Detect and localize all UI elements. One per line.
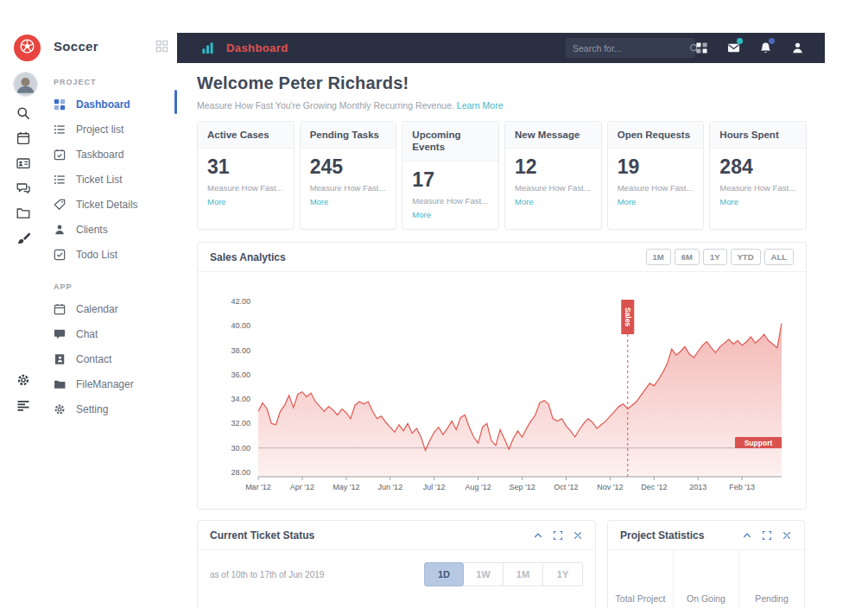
sidebar-item-chat[interactable]: Chat xyxy=(45,321,177,346)
current-ticket-status-panel: Current Ticket Status as of 10th to 17th… xyxy=(197,520,596,608)
sidebar-item-label: Contact xyxy=(76,353,111,365)
more-link[interactable]: More xyxy=(719,197,796,206)
stat-card-desc: Measure How Fast... xyxy=(412,196,489,206)
svg-text:34.00: 34.00 xyxy=(231,395,250,403)
range-1d-button[interactable]: 1D xyxy=(424,562,464,586)
project-stats-columns: Total Project On Going Pending xyxy=(608,550,804,608)
more-link[interactable]: More xyxy=(618,197,694,206)
range-1m-button[interactable]: 1M xyxy=(646,249,671,265)
sidebar-item-filemanager[interactable]: FileManager xyxy=(45,371,177,396)
taskboard-icon xyxy=(54,149,66,161)
avatar[interactable] xyxy=(14,73,37,96)
svg-text:42.00: 42.00 xyxy=(231,297,250,306)
stat-card-value: 245 xyxy=(310,155,387,179)
svg-text:40.00: 40.00 xyxy=(231,321,250,330)
more-link[interactable]: More xyxy=(412,210,489,219)
stat-card-value: 12 xyxy=(515,155,592,179)
expand-icon[interactable] xyxy=(553,530,563,541)
expand-icon[interactable] xyxy=(762,530,772,541)
sidebar-item-project-list[interactable]: Project list xyxy=(45,117,177,142)
stat-card-title: New Message xyxy=(505,122,601,149)
sidebar-item-label: Taskboard xyxy=(76,149,124,161)
search-icon[interactable] xyxy=(16,106,30,120)
grid-icon[interactable] xyxy=(155,40,168,53)
sidebar: Soccer PROJECT Dashboard Project list xyxy=(0,0,177,608)
sidebar-item-ticket-details[interactable]: Ticket Details xyxy=(45,192,177,217)
apps-icon[interactable] xyxy=(695,41,708,54)
range-1w-button[interactable]: 1W xyxy=(464,562,504,586)
sidebar-item-label: Setting xyxy=(76,403,108,415)
svg-text:2013: 2013 xyxy=(689,483,706,491)
check-square-icon xyxy=(54,249,66,261)
range-1m-button[interactable]: 1M xyxy=(504,562,543,586)
brand-logo[interactable] xyxy=(14,35,41,61)
chevron-up-icon[interactable] xyxy=(533,530,543,541)
stat-card-value: 284 xyxy=(719,155,796,179)
range-1y-button[interactable]: 1Y xyxy=(543,562,583,586)
folder-icon[interactable] xyxy=(16,206,30,220)
sidebar-item-label: Todo List xyxy=(76,249,117,261)
sales-area-chart[interactable]: 28.0030.0032.0034.0036.0038.0040.0042.00… xyxy=(210,281,794,498)
list-icon xyxy=(54,124,66,136)
menu-section-project: PROJECT xyxy=(54,78,177,86)
message-badge xyxy=(737,38,743,44)
bar-chart-icon[interactable] xyxy=(201,41,214,54)
sidebar-item-label: Ticket Details xyxy=(76,199,138,211)
sidebar-item-label: Clients xyxy=(76,224,108,236)
sidebar-item-label: FileManager xyxy=(76,378,134,390)
tag-icon xyxy=(54,199,66,211)
more-link[interactable]: More xyxy=(515,197,592,206)
search-input[interactable] xyxy=(573,43,689,54)
ticket-range-buttons: 1D 1W 1M 1Y xyxy=(424,562,583,586)
align-lines-icon[interactable] xyxy=(16,399,30,413)
gear-icon[interactable] xyxy=(16,373,30,387)
sidebar-item-setting[interactable]: Setting xyxy=(45,396,177,421)
sidebar-item-calendar[interactable]: Calendar xyxy=(45,296,177,321)
range-all-button[interactable]: ALL xyxy=(764,249,794,265)
project-statistics-panel: Project Statistics Total Project On Goin… xyxy=(607,520,805,608)
stat-card-new-message: New Message 12 Measure How Fast... More xyxy=(504,121,602,230)
stat-card-desc: Measure How Fast... xyxy=(719,183,796,193)
project-panel-title: Project Statistics xyxy=(620,529,704,542)
chart-range-buttons: 1M 6M 1Y YTD ALL xyxy=(646,249,795,265)
user-icon[interactable] xyxy=(791,41,804,54)
ticket-date-range: as of 10th to 17th of Jun 2019 xyxy=(210,570,324,580)
svg-text:Jun '12: Jun '12 xyxy=(377,483,402,491)
chevron-up-icon[interactable] xyxy=(742,530,752,541)
sidebar-item-label: Dashboard xyxy=(76,98,130,111)
sidebar-item-clients[interactable]: Clients xyxy=(45,217,177,242)
envelope-icon[interactable] xyxy=(727,41,740,54)
bell-icon[interactable] xyxy=(759,41,772,54)
more-link[interactable]: More xyxy=(310,197,387,206)
svg-text:Oct '12: Oct '12 xyxy=(554,483,578,491)
soccer-ball-icon xyxy=(19,38,35,58)
sidebar-item-dashboard[interactable]: Dashboard xyxy=(45,92,177,117)
chat-icon[interactable] xyxy=(16,181,30,195)
range-ytd-button[interactable]: YTD xyxy=(731,249,761,265)
range-1y-button[interactable]: 1Y xyxy=(703,249,727,265)
close-icon[interactable] xyxy=(573,530,583,541)
calendar-icon[interactable] xyxy=(16,131,30,145)
sidebar-item-contact[interactable]: Contact xyxy=(45,346,177,371)
sidebar-item-label: Calendar xyxy=(76,303,118,315)
brush-icon[interactable] xyxy=(16,231,30,245)
svg-text:Apr '12: Apr '12 xyxy=(290,483,314,491)
close-icon[interactable] xyxy=(782,530,792,541)
sidebar-menu: PROJECT Dashboard Project list Taskboard… xyxy=(45,69,177,428)
stat-card-value: 19 xyxy=(618,155,694,179)
contact-book-icon xyxy=(54,353,66,365)
menu-section-app: APP xyxy=(54,282,177,291)
sidebar-item-todo-list[interactable]: Todo List xyxy=(45,242,177,267)
stat-card-pending-tasks: Pending Tasks 245 Measure How Fast... Mo… xyxy=(300,121,397,230)
id-card-icon[interactable] xyxy=(16,156,30,170)
welcome-subtitle: Measure How Fast You're Growing Monthly … xyxy=(197,100,454,111)
more-link[interactable]: More xyxy=(207,197,284,206)
learn-more-link[interactable]: Learn More xyxy=(457,100,504,111)
svg-text:30.00: 30.00 xyxy=(231,444,250,453)
stat-cards-row: Active Cases 31 Measure How Fast... More… xyxy=(197,121,807,230)
sidebar-item-ticket-list[interactable]: Ticket List xyxy=(45,167,177,192)
sidebar-item-taskboard[interactable]: Taskboard xyxy=(45,142,177,167)
sidebar-item-gallery[interactable]: Gallery xyxy=(45,421,177,428)
svg-text:Aug '12: Aug '12 xyxy=(465,483,491,491)
range-6m-button[interactable]: 6M xyxy=(675,249,700,265)
